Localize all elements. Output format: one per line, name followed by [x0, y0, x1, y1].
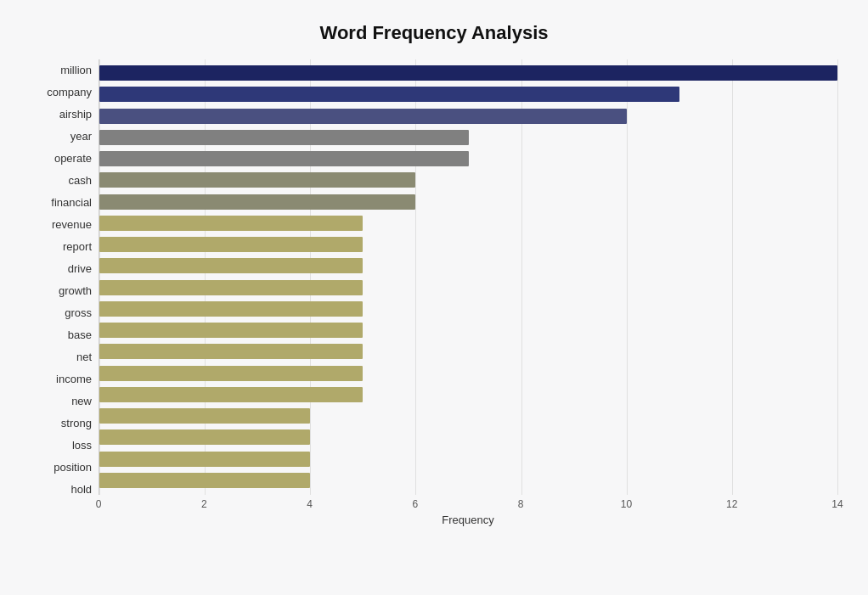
bars-inner [99, 59, 837, 495]
grid-line [837, 59, 838, 495]
x-tick: 6 [413, 498, 419, 510]
bar-row [99, 171, 837, 189]
bar-row [99, 235, 837, 254]
bar-row [99, 471, 837, 490]
bar [99, 280, 363, 295]
bar [99, 194, 415, 210]
y-label: gross [31, 303, 92, 323]
chart-area: millioncompanyairshipyearoperatecashfina… [31, 59, 837, 526]
bar-row [99, 256, 837, 275]
y-label: new [31, 391, 92, 412]
bars-area [99, 59, 837, 495]
y-label: loss [31, 435, 92, 456]
bar [99, 237, 363, 252]
x-tick: 14 [831, 498, 843, 510]
bar [99, 172, 415, 188]
y-label: operate [31, 149, 92, 169]
bar [99, 130, 469, 145]
y-label: financial [31, 193, 92, 213]
x-tick: 10 [621, 498, 632, 510]
bar-row [99, 450, 837, 469]
bar-row [99, 107, 837, 126]
bar-row [99, 385, 837, 404]
y-label: company [31, 82, 92, 103]
bar [99, 87, 679, 102]
y-label: net [31, 347, 92, 368]
bar [99, 216, 363, 231]
x-tick: 12 [726, 498, 737, 510]
bar [99, 366, 363, 381]
bar [99, 473, 310, 488]
bar-row [99, 64, 837, 82]
x-tick: 4 [307, 498, 313, 510]
bar-row [99, 364, 837, 383]
bar [99, 301, 363, 317]
bar [99, 323, 363, 338]
chart-container: Word Frequency Analysis millioncompanyai… [5, 5, 863, 591]
bar-row [99, 193, 837, 211]
bar-row [99, 278, 837, 297]
x-tick: 2 [201, 498, 207, 510]
bar-row [99, 321, 837, 340]
y-label: position [31, 457, 92, 478]
y-label: cash [31, 171, 92, 191]
y-label: base [31, 325, 92, 345]
bar [99, 65, 837, 81]
y-label: growth [31, 281, 92, 301]
chart-title: Word Frequency Analysis [31, 22, 837, 44]
bar-row [99, 214, 837, 233]
x-tick: 8 [518, 498, 524, 510]
bar [99, 258, 363, 273]
y-label: revenue [31, 215, 92, 235]
y-axis-labels: millioncompanyairshipyearoperatecashfina… [31, 59, 99, 526]
bars-and-xaxis: 02468101214 Frequency [99, 59, 837, 526]
bar [99, 452, 310, 467]
y-label: hold [31, 480, 92, 500]
bar-row [99, 85, 837, 104]
y-label: airship [31, 104, 92, 125]
bar [99, 408, 310, 424]
bar [99, 109, 627, 124]
bar [99, 344, 363, 359]
y-label: report [31, 237, 92, 257]
bar-row [99, 407, 837, 425]
x-axis-wrapper: 02468101214 Frequency [99, 495, 837, 526]
bar-row [99, 149, 837, 168]
y-label: income [31, 369, 92, 390]
bar-row [99, 428, 837, 446]
bar [99, 429, 310, 445]
bar [99, 151, 469, 166]
bar-row [99, 300, 837, 318]
bar-row [99, 342, 837, 361]
bar-row [99, 128, 837, 147]
y-label: drive [31, 259, 92, 279]
y-label: year [31, 126, 92, 147]
y-label: strong [31, 413, 92, 434]
x-tick: 0 [96, 498, 102, 510]
x-axis-label: Frequency [99, 514, 837, 526]
x-axis: 02468101214 [99, 495, 837, 512]
y-label: million [31, 60, 92, 81]
bar [99, 387, 363, 402]
